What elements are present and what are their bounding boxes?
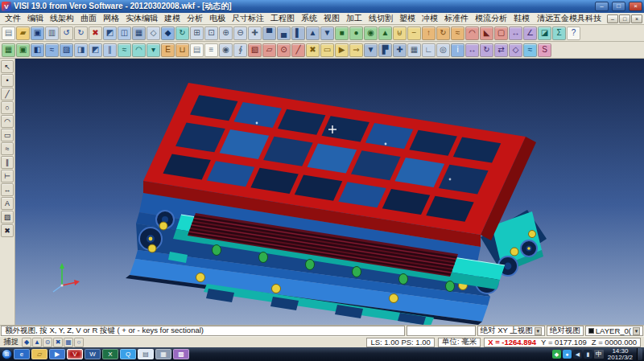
absolute-view-button[interactable]: 绝对视图 [547,326,584,336]
point-tool-icon[interactable]: • [1,74,14,87]
solid-block-icon[interactable]: ■ [335,27,349,40]
grid-snap-icon[interactable]: ▦ [64,338,73,347]
scale-entity-icon[interactable]: ◇ [509,43,522,57]
bom-list-icon[interactable]: ≡ [204,43,218,57]
mold-base-wizard-icon[interactable]: ▣ [16,43,30,57]
rectangle-tool-icon[interactable]: ▭ [1,129,14,142]
language-indicator[interactable]: 中 [594,350,604,359]
erase-tool-icon[interactable]: ✖ [1,224,14,237]
shoe-module-icon[interactable]: S [538,43,551,57]
top-view-icon[interactable]: ▀ [262,27,276,40]
menu-item-7[interactable]: 分析 [184,13,206,24]
text-tool-icon[interactable]: A [1,197,14,210]
ortho-toggle-icon[interactable]: ∟ [422,43,436,57]
nearest-snap-icon[interactable]: ○ [74,338,84,347]
sweep-icon[interactable]: ≈ [451,27,464,40]
undo-icon[interactable]: ↺ [60,27,73,40]
front-view-icon[interactable]: ▄ [277,27,291,40]
windows-explorer-icon[interactable]: ▱ [31,349,47,359]
parting-line-icon[interactable]: ≈ [45,43,59,57]
mirror-entity-icon[interactable]: ⇄ [494,43,508,57]
post-process-icon[interactable]: ⇒ [349,43,363,57]
cooling-channels-icon[interactable]: ≈ [118,43,131,57]
maximize-button[interactable]: □ [612,2,625,11]
menu-item-14[interactable]: 线切割 [365,13,396,24]
menu-item-17[interactable]: 标准件 [441,13,472,24]
delete-entity-icon[interactable]: ✖ [89,27,102,40]
toolpath-simulate-icon[interactable]: ▶ [335,43,349,57]
zoom-window-icon[interactable]: ⊞ [190,27,204,40]
company-name[interactable]: 清远五金模具科技 [532,13,606,24]
electrode-holder-icon[interactable]: ⊔ [175,43,189,57]
winrar-icon[interactable]: ▩ [173,349,189,359]
save-icon[interactable]: ▣ [31,27,44,40]
dimension-tool-icon[interactable]: ↔ [1,183,14,196]
profile-machining-icon[interactable]: ▱ [262,43,276,57]
entity-info-icon[interactable]: i [451,43,464,57]
rotate-entity-icon[interactable]: ↻ [480,43,493,57]
circle-tool-icon[interactable]: ○ [1,101,14,114]
menu-item-19[interactable]: 鞋模 [510,13,532,24]
qq-tray-icon[interactable]: ● [563,350,572,359]
selection-filter-icon[interactable]: ◩ [103,27,117,40]
gate-design-icon[interactable]: ▾ [147,43,160,57]
moldflow-analysis-icon[interactable]: ≈ [523,43,537,57]
print-icon[interactable]: ▥ [45,27,59,40]
pocket-machining-icon[interactable]: ▧ [248,43,262,57]
menu-item-4[interactable]: 网格 [100,13,122,24]
midpoint-snap-icon[interactable]: ▲ [32,338,42,347]
taskbar-clock[interactable]: 14:30 2012/3/2 [605,348,635,361]
wireframe-mode-icon[interactable]: ◇ [147,27,160,40]
trim-tool-icon[interactable]: ⊢ [1,170,14,183]
boolean-subtract-icon[interactable]: − [407,27,421,40]
shell-solid-icon[interactable]: ▢ [494,27,508,40]
show-desktop-button[interactable] [637,348,642,360]
menu-item-3[interactable]: 曲面 [77,13,100,24]
title-bar[interactable]: V VISI 19.0 from Vero Software - 2012030… [0,0,644,13]
arc-tool-icon[interactable]: ◠ [1,115,14,128]
tool-library-icon[interactable]: ▼ [364,43,378,57]
viewport-3d[interactable] [15,59,644,325]
ucs-origin-icon[interactable]: ✚ [393,43,407,57]
drilling-cycle-icon[interactable]: ⊙ [277,43,291,57]
mdi-close-button[interactable]: × [631,14,642,23]
select-cursor-icon[interactable]: ↖ [1,60,14,73]
extrude-icon[interactable]: ↑ [422,27,436,40]
electrode-design-icon[interactable]: E [161,43,175,57]
dynamic-rotate-icon[interactable]: ↻ [175,27,189,40]
select-by-box-icon[interactable]: ◫ [118,27,131,40]
thread-wizard-icon[interactable]: ∮ [233,43,247,57]
solid-sphere-icon[interactable]: ◉ [364,27,378,40]
lifter-design-icon[interactable]: ◩ [89,43,102,57]
stock-model-icon[interactable]: ▭ [320,43,334,57]
core-cavity-split-icon[interactable]: ◧ [31,43,44,57]
mdi-minimize-button[interactable]: – [607,14,618,23]
menu-item-15[interactable]: 塑模 [396,13,419,24]
menu-item-16[interactable]: 冲模 [419,13,441,24]
mass-properties-icon[interactable]: Σ [552,27,566,40]
layer-combo[interactable]: LAYER_0( ▾ [585,326,643,336]
zoom-in-icon[interactable]: ⊕ [219,27,233,40]
internet-explorer-icon[interactable]: e [14,349,30,359]
excel-icon[interactable]: X [102,349,118,359]
menu-item-18[interactable]: 模流分析 [472,13,510,24]
layer-manager-icon[interactable]: ▦ [132,27,146,40]
side-view-icon[interactable]: ▌ [291,27,305,40]
mdi-restore-button[interactable]: □ [619,14,630,23]
fillet-edge-icon[interactable]: ◠ [465,27,479,40]
start-button[interactable]: ⊞ [2,349,12,359]
chamfer-edge-icon[interactable]: ◣ [480,27,493,40]
menu-item-13[interactable]: 加工 [343,13,365,24]
calculator-icon[interactable]: ▦ [155,349,171,359]
menu-item-9[interactable]: 尺寸标注 [229,13,267,24]
curve-tool-icon[interactable]: ≈ [1,142,14,155]
volume-tray-icon[interactable]: ◀ [573,350,582,359]
iso-view-icon[interactable]: ▲ [306,27,320,40]
hatch-tool-icon[interactable]: ▨ [1,211,14,224]
runner-design-icon[interactable]: ◠ [132,43,146,57]
chevron-down-icon[interactable]: ▾ [535,327,542,335]
menu-item-1[interactable]: 编辑 [24,13,47,24]
qq-messenger-icon[interactable]: Q [120,349,136,359]
new-file-icon[interactable]: ▤ [2,27,15,40]
parting-surface-icon[interactable]: ▨ [60,43,73,57]
